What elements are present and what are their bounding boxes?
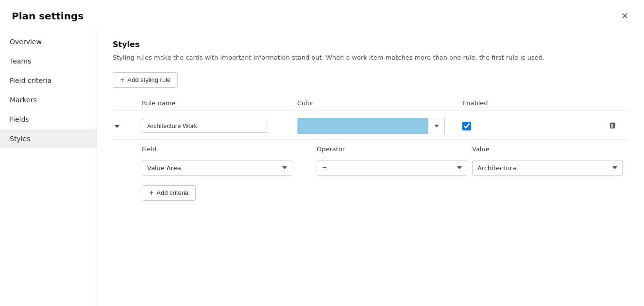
col-color-header: Color bbox=[297, 99, 462, 107]
sidebar-item-markers[interactable]: Markers bbox=[0, 90, 97, 110]
field-dropdown-value: Value Area bbox=[147, 164, 181, 172]
col-expand-header bbox=[113, 99, 142, 107]
add-styling-rule-button[interactable]: + Add styling rule bbox=[113, 72, 178, 88]
chevron-down-icon bbox=[457, 166, 462, 169]
main-content: Styles Styling rules make the cards with… bbox=[97, 28, 644, 306]
color-picker-cell bbox=[297, 118, 462, 134]
enabled-checkbox[interactable] bbox=[462, 122, 471, 130]
sidebar-item-fields[interactable]: Fields bbox=[0, 110, 97, 129]
field-dropdown[interactable]: Value Area bbox=[142, 161, 292, 176]
col-rule-name-header: Rule name bbox=[142, 99, 297, 107]
criteria-header: Field Operator Value bbox=[142, 145, 628, 157]
dialog-title: Plan settings bbox=[12, 10, 84, 22]
delete-rule-button[interactable] bbox=[604, 119, 621, 133]
plan-settings-dialog: Plan settings ✕ Overview Teams Field cri… bbox=[0, 0, 644, 306]
value-dropdown-value: Architectural bbox=[477, 164, 518, 172]
criteria-value-header: Value bbox=[472, 145, 627, 153]
chevron-down-icon bbox=[282, 166, 287, 169]
operator-dropdown-cell: = bbox=[317, 161, 472, 176]
table-header: Rule name Color Enabled bbox=[113, 99, 628, 111]
chevron-down-icon bbox=[434, 125, 439, 128]
operator-dropdown-value: = bbox=[322, 164, 327, 172]
rule-name-cell bbox=[142, 119, 297, 133]
criteria-field-header: Field bbox=[142, 145, 317, 153]
dialog-header: Plan settings ✕ bbox=[0, 0, 644, 28]
expand-cell bbox=[113, 120, 142, 132]
delete-cell bbox=[559, 119, 628, 133]
sidebar-item-field-criteria[interactable]: Field criteria bbox=[0, 71, 97, 90]
rule-name-input[interactable] bbox=[142, 119, 268, 133]
section-title: Styles bbox=[113, 40, 628, 49]
plus-icon: + bbox=[149, 189, 153, 197]
chevron-down-icon bbox=[115, 125, 119, 128]
color-swatch[interactable] bbox=[297, 118, 428, 134]
section-description: Styling rules make the cards with import… bbox=[113, 53, 627, 63]
close-button[interactable]: ✕ bbox=[617, 10, 632, 22]
enabled-cell bbox=[462, 122, 559, 130]
rule-row-1 bbox=[113, 113, 628, 140]
dialog-body: Overview Teams Field criteria Markers Fi… bbox=[0, 28, 644, 306]
sidebar-item-overview[interactable]: Overview bbox=[0, 32, 97, 51]
chevron-down-icon bbox=[612, 166, 617, 169]
field-dropdown-cell: Value Area bbox=[142, 161, 317, 176]
criteria-section: Field Operator Value Value Area bbox=[113, 145, 628, 201]
criteria-actions-header bbox=[627, 145, 628, 153]
criteria-operator-header: Operator bbox=[317, 145, 472, 153]
color-dropdown-button[interactable] bbox=[428, 118, 445, 134]
value-dropdown-cell: Architectural bbox=[472, 161, 627, 176]
criteria-row: Value Area = bbox=[142, 161, 628, 176]
col-enabled-header: Enabled bbox=[462, 99, 559, 107]
table-row: Field Operator Value Value Area bbox=[113, 113, 628, 201]
sidebar: Overview Teams Field criteria Markers Fi… bbox=[0, 28, 97, 306]
operator-dropdown[interactable]: = bbox=[317, 161, 467, 176]
trash-icon bbox=[608, 121, 617, 129]
expand-rule-button[interactable] bbox=[113, 120, 121, 132]
sidebar-item-styles[interactable]: Styles bbox=[0, 129, 97, 148]
sidebar-item-teams[interactable]: Teams bbox=[0, 51, 97, 71]
plus-icon: + bbox=[120, 76, 124, 84]
value-dropdown[interactable]: Architectural bbox=[472, 161, 623, 176]
col-actions-header bbox=[559, 99, 628, 107]
add-criteria-button[interactable]: + Add criteria bbox=[142, 185, 196, 201]
